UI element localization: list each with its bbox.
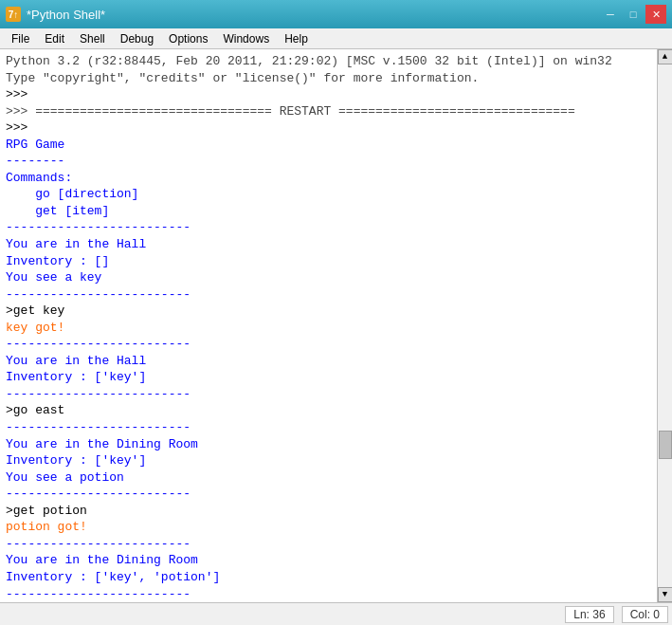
shell-line: >go east — [6, 402, 651, 419]
scroll-thumb[interactable] — [659, 431, 672, 459]
close-button[interactable]: ✕ — [645, 5, 666, 24]
shell-line: >get potion — [6, 503, 651, 520]
app-icon: 7↑ — [6, 7, 21, 22]
shell-line: You are in the Dining Room — [6, 436, 651, 453]
shell-line: ------------------------- — [6, 536, 651, 553]
shell-line: You are in the Hall — [6, 353, 651, 370]
scrollbar[interactable]: ▲ ▼ — [657, 49, 672, 602]
shell-line: >>> ================================ RES… — [6, 103, 651, 120]
shell-line: Inventory : ['key'] — [6, 452, 651, 469]
shell-line: Commands: — [6, 170, 651, 187]
shell-line: >>> — [6, 119, 651, 137]
shell-line: You see a key — [6, 269, 651, 286]
scroll-down-button[interactable]: ▼ — [658, 587, 673, 602]
shell-line: ------------------------- — [6, 219, 651, 236]
shell-output[interactable]: Python 3.2 (r32:88445, Feb 20 2011, 21:2… — [0, 49, 657, 602]
shell-line: >>> — [6, 86, 651, 103]
shell-line: key got! — [6, 320, 651, 337]
menu-windows[interactable]: Windows — [215, 30, 277, 47]
shell-line: Python 3.2 (r32:88445, Feb 20 2011, 21:2… — [6, 53, 651, 70]
menu-options[interactable]: Options — [161, 30, 215, 47]
menu-shell[interactable]: Shell — [72, 30, 113, 47]
shell-line: ------------------------- — [6, 419, 651, 436]
menu-help[interactable]: Help — [277, 30, 316, 47]
shell-line: >get key — [6, 303, 651, 320]
window-title: *Python Shell* — [27, 8, 105, 22]
scroll-up-button[interactable]: ▲ — [658, 49, 673, 64]
shell-line: ------------------------- — [6, 336, 651, 353]
scroll-track[interactable] — [658, 64, 673, 587]
status-bar: Ln: 36 Col: 0 — [0, 602, 672, 625]
shell-line: ------------------------- — [6, 386, 651, 403]
line-status: Ln: 36 — [565, 606, 613, 623]
shell-line: Inventory : ['key'] — [6, 369, 651, 386]
shell-line: You see a potion — [6, 469, 651, 487]
shell-line: ------------------------- — [6, 286, 651, 303]
shell-line: ------------------------- — [6, 586, 651, 603]
title-bar-left: 7↑ *Python Shell* — [6, 7, 105, 22]
shell-line: Inventory : [] — [6, 253, 651, 270]
menu-debug[interactable]: Debug — [113, 30, 161, 47]
shell-line: -------- — [6, 153, 651, 170]
col-status: Col: 0 — [622, 606, 668, 623]
window-controls: ─ □ ✕ — [600, 5, 666, 24]
shell-line: go [direction] — [6, 186, 651, 203]
shell-line: get [item] — [6, 203, 651, 220]
shell-line: potion got! — [6, 519, 651, 536]
main-area: Python 3.2 (r32:88445, Feb 20 2011, 21:2… — [0, 49, 672, 602]
shell-line: RPG Game — [6, 137, 651, 154]
maximize-button[interactable]: □ — [623, 5, 644, 24]
minimize-button[interactable]: ─ — [600, 5, 621, 24]
menu-file[interactable]: File — [4, 30, 37, 47]
title-bar: 7↑ *Python Shell* ─ □ ✕ — [0, 0, 672, 28]
shell-line: You are in the Hall — [6, 236, 651, 253]
menu-edit[interactable]: Edit — [37, 30, 72, 47]
shell-line: You are in the Dining Room — [6, 552, 651, 569]
shell-line: ------------------------- — [6, 486, 651, 503]
shell-line: Type "copyright", "credits" or "license(… — [6, 70, 651, 87]
menu-bar: File Edit Shell Debug Options Windows He… — [0, 28, 672, 49]
shell-line: Inventory : ['key', 'potion'] — [6, 569, 651, 586]
